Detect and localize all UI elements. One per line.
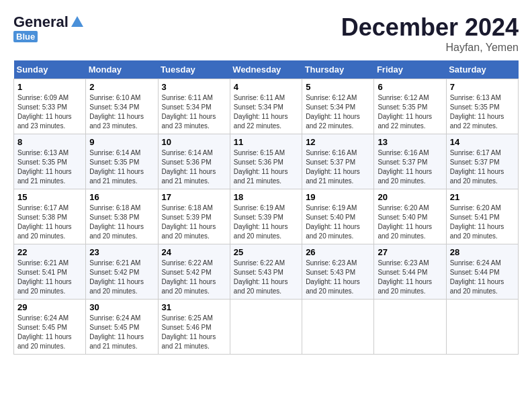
logo: General Blue bbox=[13, 13, 85, 42]
calendar-cell: 1 Sunrise: 6:09 AMSunset: 5:33 PMDayligh… bbox=[14, 79, 86, 134]
day-number: 24 bbox=[162, 247, 226, 257]
logo-general-text: General bbox=[13, 13, 69, 31]
day-info: Sunrise: 6:13 AMSunset: 5:35 PMDaylight:… bbox=[450, 93, 515, 131]
calendar-cell: 9 Sunrise: 6:14 AMSunset: 5:35 PMDayligh… bbox=[86, 134, 158, 189]
day-info: Sunrise: 6:11 AMSunset: 5:34 PMDaylight:… bbox=[162, 93, 226, 131]
day-number: 30 bbox=[89, 302, 154, 312]
day-info: Sunrise: 6:19 AMSunset: 5:40 PMDaylight:… bbox=[306, 203, 370, 241]
day-info: Sunrise: 6:16 AMSunset: 5:37 PMDaylight:… bbox=[378, 148, 442, 186]
day-number: 4 bbox=[234, 82, 298, 92]
calendar-cell: 24 Sunrise: 6:22 AMSunset: 5:42 PMDaylig… bbox=[158, 244, 230, 300]
day-info: Sunrise: 6:11 AMSunset: 5:34 PMDaylight:… bbox=[234, 93, 298, 131]
calendar-cell: 19 Sunrise: 6:19 AMSunset: 5:40 PMDaylig… bbox=[302, 189, 374, 244]
day-number: 7 bbox=[450, 82, 515, 92]
weekday-header-tuesday: Tuesday bbox=[158, 60, 230, 79]
day-number: 15 bbox=[17, 192, 82, 202]
day-number: 27 bbox=[378, 247, 442, 257]
day-info: Sunrise: 6:18 AMSunset: 5:38 PMDaylight:… bbox=[89, 203, 154, 241]
day-number: 29 bbox=[17, 302, 82, 312]
calendar-cell: 27 Sunrise: 6:23 AMSunset: 5:44 PMDaylig… bbox=[374, 244, 446, 300]
day-info: Sunrise: 6:20 AMSunset: 5:41 PMDaylight:… bbox=[450, 203, 515, 241]
calendar-cell bbox=[230, 300, 302, 355]
calendar-cell bbox=[446, 300, 518, 355]
calendar-cell: 15 Sunrise: 6:17 AMSunset: 5:38 PMDaylig… bbox=[14, 189, 86, 244]
calendar-week-2: 8 Sunrise: 6:13 AMSunset: 5:35 PMDayligh… bbox=[14, 134, 519, 189]
weekday-header-wednesday: Wednesday bbox=[230, 60, 302, 79]
day-info: Sunrise: 6:22 AMSunset: 5:42 PMDaylight:… bbox=[162, 259, 226, 296]
day-info: Sunrise: 6:21 AMSunset: 5:42 PMDaylight:… bbox=[89, 259, 154, 296]
calendar-cell: 17 Sunrise: 6:18 AMSunset: 5:39 PMDaylig… bbox=[158, 189, 230, 244]
weekday-header-thursday: Thursday bbox=[302, 60, 374, 79]
day-number: 12 bbox=[306, 137, 370, 147]
day-info: Sunrise: 6:12 AMSunset: 5:35 PMDaylight:… bbox=[378, 93, 442, 131]
day-number: 1 bbox=[17, 82, 82, 92]
day-info: Sunrise: 6:25 AMSunset: 5:46 PMDaylight:… bbox=[162, 314, 226, 351]
day-number: 18 bbox=[234, 192, 298, 202]
calendar-cell: 12 Sunrise: 6:16 AMSunset: 5:37 PMDaylig… bbox=[302, 134, 374, 189]
day-number: 9 bbox=[89, 137, 154, 147]
day-info: Sunrise: 6:21 AMSunset: 5:41 PMDaylight:… bbox=[17, 259, 82, 296]
day-number: 13 bbox=[378, 137, 442, 147]
day-info: Sunrise: 6:19 AMSunset: 5:39 PMDaylight:… bbox=[234, 203, 298, 241]
calendar-cell: 23 Sunrise: 6:21 AMSunset: 5:42 PMDaylig… bbox=[86, 244, 158, 300]
day-number: 20 bbox=[378, 192, 442, 202]
day-number: 5 bbox=[306, 82, 370, 92]
location-text: Hayfan, Yemen bbox=[341, 42, 519, 54]
month-title: December 2024 bbox=[341, 13, 519, 42]
calendar-cell: 11 Sunrise: 6:15 AMSunset: 5:36 PMDaylig… bbox=[230, 134, 302, 189]
calendar-cell: 4 Sunrise: 6:11 AMSunset: 5:34 PMDayligh… bbox=[230, 79, 302, 134]
day-info: Sunrise: 6:24 AMSunset: 5:45 PMDaylight:… bbox=[17, 314, 82, 351]
calendar-cell bbox=[302, 300, 374, 355]
logo-icon bbox=[70, 15, 85, 30]
title-block: December 2024 Hayfan, Yemen bbox=[341, 13, 519, 54]
calendar-cell: 30 Sunrise: 6:24 AMSunset: 5:45 PMDaylig… bbox=[86, 300, 158, 355]
day-number: 16 bbox=[89, 192, 154, 202]
calendar-cell: 2 Sunrise: 6:10 AMSunset: 5:34 PMDayligh… bbox=[86, 79, 158, 134]
day-number: 6 bbox=[378, 82, 442, 92]
calendar-cell: 25 Sunrise: 6:22 AMSunset: 5:43 PMDaylig… bbox=[230, 244, 302, 300]
calendar-cell: 28 Sunrise: 6:24 AMSunset: 5:44 PMDaylig… bbox=[446, 244, 518, 300]
day-number: 31 bbox=[162, 302, 226, 312]
calendar-cell: 6 Sunrise: 6:12 AMSunset: 5:35 PMDayligh… bbox=[374, 79, 446, 134]
calendar-cell: 3 Sunrise: 6:11 AMSunset: 5:34 PMDayligh… bbox=[158, 79, 230, 134]
weekday-header-saturday: Saturday bbox=[446, 60, 518, 79]
svg-marker-0 bbox=[71, 16, 83, 27]
page-header: General Blue December 2024 Hayfan, Yemen bbox=[13, 13, 519, 54]
calendar-week-4: 22 Sunrise: 6:21 AMSunset: 5:41 PMDaylig… bbox=[14, 244, 519, 300]
day-info: Sunrise: 6:09 AMSunset: 5:33 PMDaylight:… bbox=[17, 93, 82, 131]
day-number: 28 bbox=[450, 247, 515, 257]
calendar-cell: 21 Sunrise: 6:20 AMSunset: 5:41 PMDaylig… bbox=[446, 189, 518, 244]
calendar-cell: 20 Sunrise: 6:20 AMSunset: 5:40 PMDaylig… bbox=[374, 189, 446, 244]
day-info: Sunrise: 6:14 AMSunset: 5:35 PMDaylight:… bbox=[89, 148, 154, 186]
calendar-header-row: SundayMondayTuesdayWednesdayThursdayFrid… bbox=[14, 60, 519, 79]
calendar-table: SundayMondayTuesdayWednesdayThursdayFrid… bbox=[13, 60, 519, 355]
day-number: 8 bbox=[17, 137, 82, 147]
day-info: Sunrise: 6:14 AMSunset: 5:36 PMDaylight:… bbox=[162, 148, 226, 186]
calendar-cell: 13 Sunrise: 6:16 AMSunset: 5:37 PMDaylig… bbox=[374, 134, 446, 189]
calendar-cell: 31 Sunrise: 6:25 AMSunset: 5:46 PMDaylig… bbox=[158, 300, 230, 355]
day-info: Sunrise: 6:24 AMSunset: 5:45 PMDaylight:… bbox=[89, 314, 154, 351]
day-number: 19 bbox=[306, 192, 370, 202]
calendar-cell: 18 Sunrise: 6:19 AMSunset: 5:39 PMDaylig… bbox=[230, 189, 302, 244]
day-info: Sunrise: 6:23 AMSunset: 5:44 PMDaylight:… bbox=[378, 259, 442, 296]
day-info: Sunrise: 6:18 AMSunset: 5:39 PMDaylight:… bbox=[162, 203, 226, 241]
calendar-cell: 16 Sunrise: 6:18 AMSunset: 5:38 PMDaylig… bbox=[86, 189, 158, 244]
day-info: Sunrise: 6:10 AMSunset: 5:34 PMDaylight:… bbox=[89, 93, 154, 131]
day-info: Sunrise: 6:23 AMSunset: 5:43 PMDaylight:… bbox=[306, 259, 370, 296]
calendar-week-3: 15 Sunrise: 6:17 AMSunset: 5:38 PMDaylig… bbox=[14, 189, 519, 244]
day-info: Sunrise: 6:16 AMSunset: 5:37 PMDaylight:… bbox=[306, 148, 370, 186]
calendar-week-5: 29 Sunrise: 6:24 AMSunset: 5:45 PMDaylig… bbox=[14, 300, 519, 355]
day-number: 3 bbox=[162, 82, 226, 92]
calendar-cell: 29 Sunrise: 6:24 AMSunset: 5:45 PMDaylig… bbox=[14, 300, 86, 355]
day-info: Sunrise: 6:20 AMSunset: 5:40 PMDaylight:… bbox=[378, 203, 442, 241]
weekday-header-monday: Monday bbox=[86, 60, 158, 79]
day-number: 23 bbox=[89, 247, 154, 257]
day-number: 21 bbox=[450, 192, 515, 202]
day-number: 17 bbox=[162, 192, 226, 202]
day-info: Sunrise: 6:17 AMSunset: 5:38 PMDaylight:… bbox=[17, 203, 82, 241]
calendar-cell: 7 Sunrise: 6:13 AMSunset: 5:35 PMDayligh… bbox=[446, 79, 518, 134]
day-info: Sunrise: 6:12 AMSunset: 5:34 PMDaylight:… bbox=[306, 93, 370, 131]
calendar-cell: 5 Sunrise: 6:12 AMSunset: 5:34 PMDayligh… bbox=[302, 79, 374, 134]
day-number: 10 bbox=[162, 137, 226, 147]
day-number: 26 bbox=[306, 247, 370, 257]
